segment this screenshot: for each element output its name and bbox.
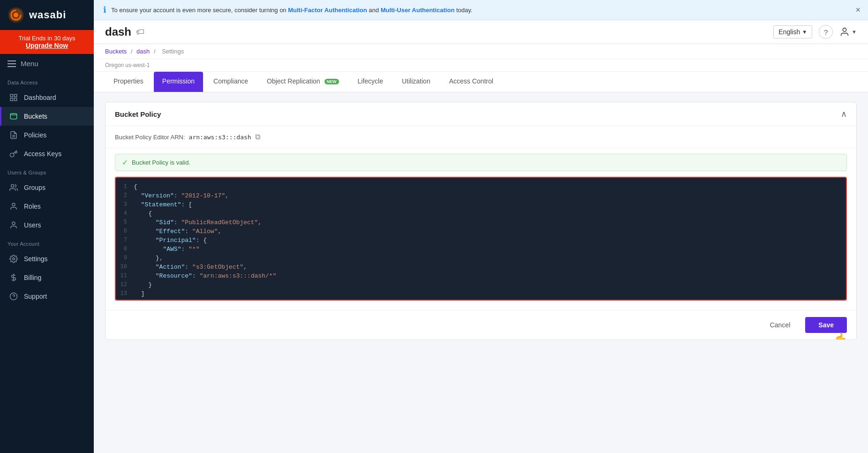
main-content: ℹ To ensure your account is even more se… — [94, 0, 868, 453]
roles-icon — [9, 202, 18, 211]
sidebar-item-label: Groups — [24, 184, 45, 191]
code-line: 1{ — [116, 182, 846, 191]
sidebar-item-dashboard[interactable]: Dashboard — [0, 88, 94, 107]
hamburger-icon — [8, 60, 16, 67]
svg-rect-3 — [15, 94, 17, 97]
cancel-button[interactable]: Cancel — [761, 317, 800, 333]
code-line: 6 "Effect": "Allow", — [116, 227, 846, 236]
access-keys-icon — [9, 149, 18, 159]
sidebar-item-label: Users — [24, 221, 41, 229]
code-line: 7 "Principal": { — [116, 236, 846, 245]
upgrade-link[interactable]: Upgrade Now — [4, 42, 90, 49]
header-bar: dash 🏷 English ▼ ? ▼ — [94, 20, 868, 44]
sidebar-item-label: Dashboard — [24, 94, 56, 101]
breadcrumb: Buckets / dash / Settings — [94, 44, 868, 59]
code-line: 12 } — [116, 280, 846, 289]
sidebar-item-label: Policies — [24, 131, 46, 139]
arn-value: arn:aws:s3:::dash — [189, 134, 251, 141]
arn-row: Bucket Policy Editor ARN: arn:aws:s3:::d… — [106, 126, 856, 148]
code-editor-wrapper: 1{ 2 "Version": "2012-10-17", 3 "Stateme… — [115, 177, 847, 301]
card-title: Bucket Policy — [115, 110, 161, 118]
sidebar-item-settings[interactable]: Settings — [0, 249, 94, 268]
logo-area: wasabi — [0, 0, 94, 30]
sidebar-item-policies[interactable]: Policies — [0, 126, 94, 144]
tab-utilization[interactable]: Utilization — [393, 72, 439, 92]
chevron-down-icon: ▼ — [802, 29, 807, 35]
card-header: Bucket Policy ∧ — [106, 102, 856, 126]
code-line: 2 "Version": "2012-10-17", — [116, 191, 846, 200]
breadcrumb-dash[interactable]: dash — [136, 48, 150, 55]
dashboard-icon — [9, 93, 18, 102]
save-button[interactable]: Save — [805, 317, 847, 333]
info-icon: ℹ — [103, 5, 106, 15]
sidebar-item-label: Roles — [24, 203, 41, 210]
sidebar-item-label: Buckets — [24, 113, 47, 120]
section-label-data-access: Data Access — [0, 73, 94, 88]
wasabi-logo-icon — [8, 7, 24, 23]
sidebar-item-roles[interactable]: Roles — [0, 197, 94, 216]
mfa-link[interactable]: Multi-Factor Authentication — [288, 7, 367, 14]
tab-compliance[interactable]: Compliance — [205, 72, 257, 92]
groups-icon — [9, 183, 18, 192]
svg-rect-4 — [10, 98, 13, 101]
user-menu-button[interactable]: ▼ — [839, 27, 857, 37]
collapse-button[interactable]: ∧ — [841, 109, 847, 119]
sidebar: wasabi Trial Ends in 30 days Upgrade Now… — [0, 0, 94, 453]
svg-point-15 — [843, 28, 846, 31]
language-selector[interactable]: English ▼ — [773, 25, 812, 38]
help-button[interactable]: ? — [819, 25, 833, 39]
sidebar-item-support[interactable]: Support — [0, 287, 94, 306]
sidebar-item-access-keys[interactable]: Access Keys — [0, 144, 94, 163]
region-label: Oregon us-west-1 — [94, 59, 868, 72]
policies-icon — [9, 130, 18, 140]
mua-link[interactable]: Multi-User Authentication — [381, 7, 455, 14]
code-line: 10 "Action": "s3:GetObject", — [116, 263, 846, 272]
section-label-your-account: Your Account — [0, 234, 94, 249]
sidebar-item-label: Billing — [24, 274, 41, 281]
menu-toggle[interactable]: Menu — [0, 54, 94, 73]
sidebar-item-groups[interactable]: Groups — [0, 178, 94, 197]
page-content: Bucket Policy ∧ Bucket Policy Editor ARN… — [94, 92, 868, 453]
support-icon — [9, 292, 18, 301]
sidebar-item-users[interactable]: Users — [0, 216, 94, 234]
sidebar-item-label: Access Keys — [24, 150, 61, 158]
buckets-icon — [9, 112, 18, 121]
new-badge: NEW — [325, 79, 339, 84]
tag-icon[interactable]: 🏷 — [136, 27, 144, 37]
notification-text: To ensure your account is even more secu… — [111, 7, 472, 14]
sidebar-item-billing[interactable]: Billing — [0, 268, 94, 287]
svg-point-10 — [12, 222, 15, 225]
tab-permission[interactable]: Permission — [154, 72, 203, 92]
tab-properties[interactable]: Properties — [105, 72, 152, 92]
svg-point-8 — [11, 184, 14, 187]
notification-close-button[interactable]: × — [855, 5, 860, 15]
section-label-users-groups: Users & Groups — [0, 163, 94, 178]
breadcrumb-separator: / — [131, 48, 134, 55]
code-line: 13 ] — [116, 289, 846, 298]
users-icon — [9, 220, 18, 230]
header-right: English ▼ ? ▼ — [773, 25, 857, 39]
settings-icon — [9, 254, 18, 264]
trial-banner: Trial Ends in 30 days Upgrade Now — [0, 30, 94, 54]
code-line: 5 "Sid": "PublicReadGetObject", — [116, 218, 846, 227]
bucket-policy-card: Bucket Policy ∧ Bucket Policy Editor ARN… — [105, 102, 857, 340]
svg-point-11 — [13, 258, 15, 260]
breadcrumb-settings: Settings — [162, 48, 184, 55]
code-editor[interactable]: 1{ 2 "Version": "2012-10-17", 3 "Stateme… — [116, 178, 846, 300]
sidebar-item-buckets[interactable]: Buckets — [0, 107, 94, 126]
breadcrumb-buckets[interactable]: Buckets — [105, 48, 127, 55]
code-line: 11 "Resource": "arn:aws:s3:::dash/*" — [116, 272, 846, 280]
action-row: Cancel Save 👆 — [106, 310, 856, 340]
bucket-title: dash — [105, 25, 131, 38]
notification-bar: ℹ To ensure your account is even more se… — [94, 0, 868, 20]
tab-access-control[interactable]: Access Control — [441, 72, 502, 92]
copy-arn-button[interactable]: ⧉ — [255, 133, 260, 141]
tab-lifecycle[interactable]: Lifecycle — [349, 72, 392, 92]
tab-object-replication[interactable]: Object Replication NEW — [258, 72, 347, 92]
cursor-hand-icon: 👆 — [834, 332, 847, 340]
header-left: dash 🏷 — [105, 25, 144, 38]
language-label: English — [778, 28, 800, 36]
logo-text: wasabi — [29, 9, 66, 21]
svg-rect-5 — [15, 98, 17, 101]
trial-text: Trial Ends in 30 days — [19, 35, 75, 42]
